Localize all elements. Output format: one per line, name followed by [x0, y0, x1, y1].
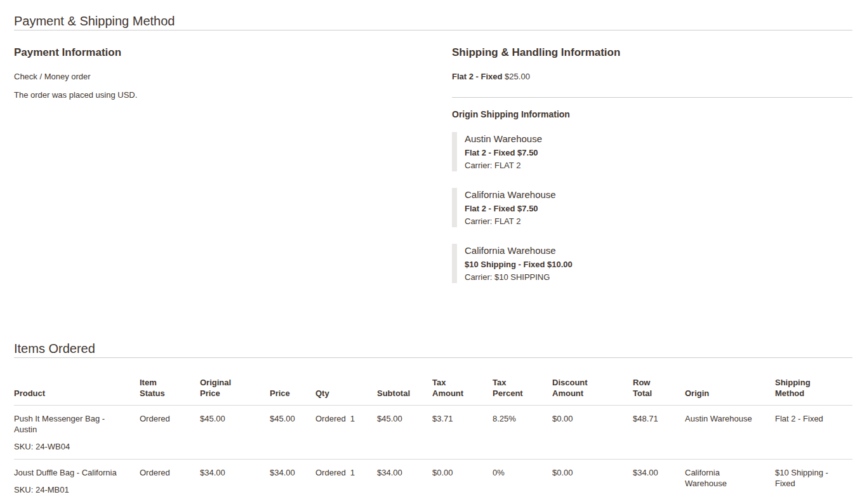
origin-shipping-block: California Warehouse Flat 2 - Fixed $7.5… [452, 188, 852, 227]
origin-shipping-block: Austin Warehouse Flat 2 - Fixed $7.50 Ca… [452, 132, 852, 171]
payment-shipping-section-title: Payment & Shipping Method [14, 0, 852, 30]
origin-method: Flat 2 - Fixed $7.50 [465, 147, 852, 159]
product-name: Joust Duffle Bag - California [14, 467, 127, 478]
cell-tax-amount: $0.00 [432, 460, 493, 503]
product-sku: SKU: 24-WB04 [14, 441, 127, 452]
col-header-qty: Qty [315, 358, 377, 406]
col-header-price: Price [270, 358, 315, 406]
cell-price: $34.00 [270, 460, 315, 503]
origin-shipping-list: Austin Warehouse Flat 2 - Fixed $7.50 Ca… [452, 132, 852, 283]
col-header-subtotal: Subtotal [377, 358, 432, 406]
qty-status: Ordered [315, 468, 346, 477]
shipping-method-line: Flat 2 - Fixed $25.00 [452, 70, 852, 83]
cell-original-price: $34.00 [200, 460, 270, 503]
item-row: Joust Duffle Bag - California SKU: 24-MB… [14, 460, 852, 503]
col-header-tax-amount: Tax Amount [432, 358, 493, 406]
payment-information-panel: Payment Information Check / Money order … [14, 30, 452, 300]
item-row: Push It Messenger Bag - Austin SKU: 24-W… [14, 406, 852, 460]
cell-tax-percent: 8.25% [493, 406, 552, 460]
product-name: Push It Messenger Bag - Austin [14, 413, 127, 435]
cell-shipping-method: Flat 2 - Fixed [775, 406, 852, 460]
qty-value: 1 [350, 468, 355, 477]
cell-item-status: Ordered [140, 460, 200, 503]
cell-row-total: $34.00 [633, 460, 685, 503]
col-header-shipping-method: Shipping Method [775, 358, 852, 406]
payment-currency-note: The order was placed using USD. [14, 89, 452, 102]
cell-subtotal: $34.00 [377, 460, 432, 503]
origin-warehouse-name: Austin Warehouse [465, 132, 852, 146]
cell-shipping-method: $10 Shipping - Fixed [775, 460, 852, 503]
origin-carrier: Carrier: FLAT 2 [465, 216, 852, 227]
qty-value: 1 [350, 414, 355, 423]
cell-discount-amount: $0.00 [552, 460, 633, 503]
cell-tax-percent: 0% [493, 460, 552, 503]
origin-carrier: Carrier: FLAT 2 [465, 160, 852, 171]
shipping-method-name: Flat 2 - Fixed [452, 72, 502, 81]
items-ordered-section: Items Ordered Product Item Status Origin… [14, 328, 852, 502]
cell-qty: Ordered1 [315, 460, 377, 503]
cell-subtotal: $45.00 [377, 406, 432, 460]
items-ordered-title: Items Ordered [14, 328, 852, 358]
cell-original-price: $45.00 [200, 406, 270, 460]
origin-carrier: Carrier: $10 SHIPPING [465, 272, 852, 283]
cell-product: Joust Duffle Bag - California SKU: 24-MB… [14, 460, 140, 503]
origin-method: $10 Shipping - Fixed $10.00 [465, 259, 852, 270]
cell-row-total: $48.71 [633, 406, 685, 460]
shipping-method-price: $25.00 [505, 72, 530, 81]
shipping-handling-panel: Shipping & Handling Information Flat 2 -… [452, 30, 852, 300]
payment-method: Check / Money order [14, 70, 452, 83]
cell-tax-amount: $3.71 [432, 406, 493, 460]
items-table-header-row: Product Item Status Original Price Price… [14, 358, 852, 406]
col-header-discount-amount: Discount Amount [552, 358, 633, 406]
col-header-tax-percent: Tax Percent [493, 358, 552, 406]
cell-price: $45.00 [270, 406, 315, 460]
qty-status: Ordered [315, 414, 346, 423]
items-ordered-table: Product Item Status Original Price Price… [14, 358, 852, 502]
cell-discount-amount: $0.00 [552, 406, 633, 460]
origin-shipping-heading: Origin Shipping Information [452, 109, 852, 119]
cell-qty: Ordered1 [315, 406, 377, 460]
cell-origin: California Warehouse [685, 460, 775, 503]
col-header-item-status: Item Status [140, 358, 200, 406]
col-header-product: Product [14, 358, 140, 406]
cell-product: Push It Messenger Bag - Austin SKU: 24-W… [14, 406, 140, 460]
origin-warehouse-name: California Warehouse [465, 188, 852, 202]
cell-item-status: Ordered [140, 406, 200, 460]
order-view-page: Payment & Shipping Method Payment Inform… [0, 0, 855, 504]
payment-shipping-columns: Payment Information Check / Money order … [14, 30, 852, 300]
origin-shipping-block: California Warehouse $10 Shipping - Fixe… [452, 244, 852, 283]
col-header-original-price: Original Price [200, 358, 270, 406]
origin-method: Flat 2 - Fixed $7.50 [465, 203, 852, 215]
shipping-divider [452, 97, 852, 98]
col-header-row-total: Row Total [633, 358, 685, 406]
cell-origin: Austin Warehouse [685, 406, 775, 460]
origin-warehouse-name: California Warehouse [465, 244, 852, 258]
shipping-handling-heading: Shipping & Handling Information [452, 46, 852, 60]
payment-information-heading: Payment Information [14, 46, 452, 60]
col-header-origin: Origin [685, 358, 775, 406]
product-sku: SKU: 24-MB01 [14, 484, 127, 495]
